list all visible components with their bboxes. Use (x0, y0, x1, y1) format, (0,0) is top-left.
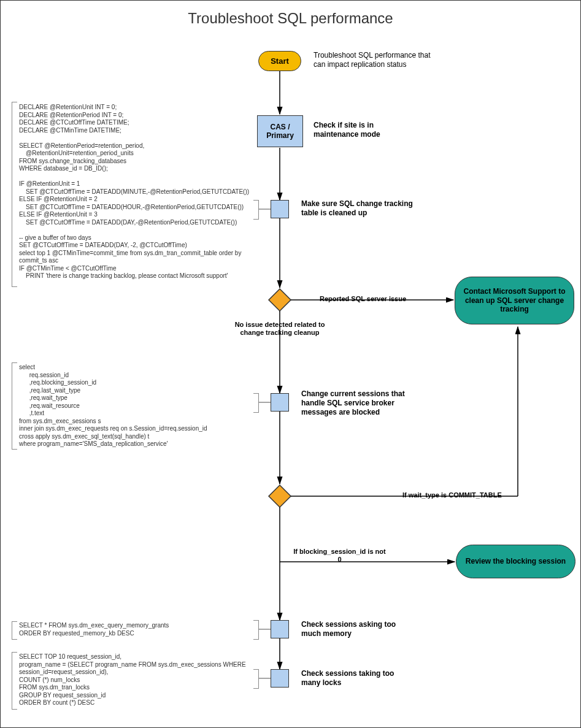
start-node: Start (258, 51, 301, 71)
edge-reported: Reported SQL server issue (320, 295, 406, 303)
memory-box (271, 620, 289, 638)
code-block-2: select req.session_id ,req.blocking_sess… (19, 364, 207, 448)
cas-primary-node: CAS / Primary (257, 115, 303, 147)
edge-commit: If wait_type is COMMIT_TABLE (402, 491, 502, 499)
locks-box (271, 669, 289, 688)
code1-bracket-right (253, 200, 259, 220)
code4-bracket-right (253, 669, 259, 689)
memory-label: Check sessions asking too much memory (301, 620, 412, 638)
code4-bracket-left (12, 652, 17, 710)
maint-label: Check if site is in maintenance mode (314, 121, 418, 139)
edge-notzero: If blocking_session_id is not 0 (292, 548, 387, 564)
start-desc-label: Troubleshoot SQL performance that can im… (314, 51, 442, 69)
svg-marker-7 (269, 485, 291, 507)
contact-support-node: Contact Microsoft Support to clean up SQ… (455, 277, 574, 324)
code3-bracket-left (12, 621, 17, 640)
code2-bracket-right (253, 393, 259, 413)
code-block-1: DECLARE @RetentionUnit INT = 0; DECLARE … (19, 104, 249, 280)
change-tracking-box (271, 200, 289, 218)
locks-label: Check sessions taking too many locks (301, 669, 412, 688)
diagram-canvas: Troubleshoot SQL performance (0, 0, 581, 728)
sessions-blocked-box (271, 393, 289, 412)
review-blocking-node: Review the blocking session (456, 545, 575, 578)
code3-bracket-right (253, 620, 259, 640)
code-block-4: SELECT TOP 10 request_session_id, progra… (19, 653, 246, 707)
cleanup-label: Make sure SQL change tracking table is c… (301, 199, 418, 218)
svg-marker-3 (269, 289, 291, 311)
edge-noissue: No issue detected related to change trac… (228, 321, 332, 337)
blocked-label: Change current sessions that handle SQL … (301, 389, 424, 417)
code2-bracket-left (12, 362, 17, 450)
code1-bracket-left (12, 102, 17, 287)
code-block-3: SELECT * FROM sys.dm_exec_query_memory_g… (19, 622, 169, 637)
